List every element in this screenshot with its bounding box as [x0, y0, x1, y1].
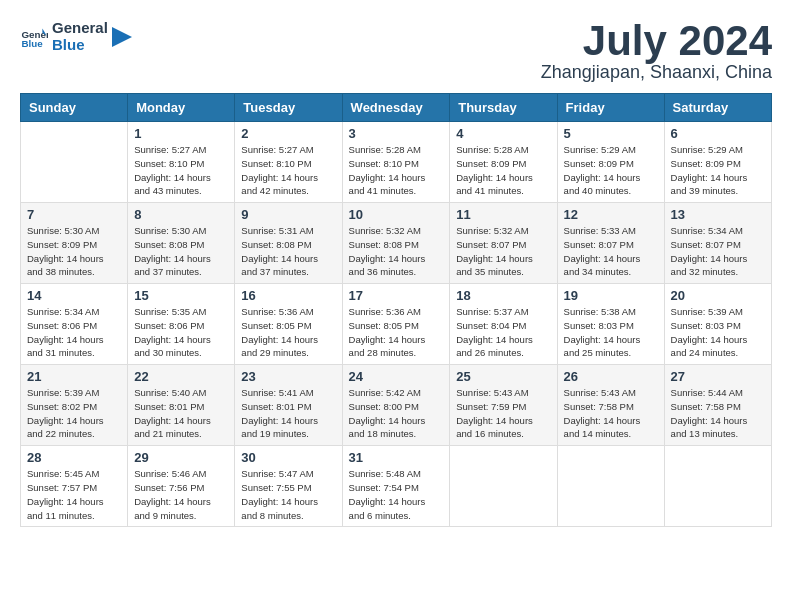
day-number: 5 [564, 126, 658, 141]
calendar-cell: 12Sunrise: 5:33 AM Sunset: 8:07 PM Dayli… [557, 203, 664, 284]
day-info: Sunrise: 5:33 AM Sunset: 8:07 PM Dayligh… [564, 224, 658, 279]
day-number: 14 [27, 288, 121, 303]
day-info: Sunrise: 5:39 AM Sunset: 8:03 PM Dayligh… [671, 305, 765, 360]
weekday-header-friday: Friday [557, 94, 664, 122]
calendar-table: SundayMondayTuesdayWednesdayThursdayFrid… [20, 93, 772, 527]
day-number: 24 [349, 369, 444, 384]
day-number: 8 [134, 207, 228, 222]
day-number: 9 [241, 207, 335, 222]
calendar-cell: 6Sunrise: 5:29 AM Sunset: 8:09 PM Daylig… [664, 122, 771, 203]
week-row-5: 28Sunrise: 5:45 AM Sunset: 7:57 PM Dayli… [21, 446, 772, 527]
day-info: Sunrise: 5:34 AM Sunset: 8:06 PM Dayligh… [27, 305, 121, 360]
day-number: 19 [564, 288, 658, 303]
day-number: 11 [456, 207, 550, 222]
day-info: Sunrise: 5:28 AM Sunset: 8:09 PM Dayligh… [456, 143, 550, 198]
calendar-cell: 8Sunrise: 5:30 AM Sunset: 8:08 PM Daylig… [128, 203, 235, 284]
day-info: Sunrise: 5:43 AM Sunset: 7:58 PM Dayligh… [564, 386, 658, 441]
logo-general: General [52, 19, 108, 36]
calendar-cell: 26Sunrise: 5:43 AM Sunset: 7:58 PM Dayli… [557, 365, 664, 446]
calendar-cell: 31Sunrise: 5:48 AM Sunset: 7:54 PM Dayli… [342, 446, 450, 527]
day-info: Sunrise: 5:39 AM Sunset: 8:02 PM Dayligh… [27, 386, 121, 441]
week-row-1: 1Sunrise: 5:27 AM Sunset: 8:10 PM Daylig… [21, 122, 772, 203]
svg-marker-3 [112, 27, 132, 47]
calendar-header: SundayMondayTuesdayWednesdayThursdayFrid… [21, 94, 772, 122]
weekday-header-tuesday: Tuesday [235, 94, 342, 122]
calendar-cell: 10Sunrise: 5:32 AM Sunset: 8:08 PM Dayli… [342, 203, 450, 284]
day-info: Sunrise: 5:42 AM Sunset: 8:00 PM Dayligh… [349, 386, 444, 441]
day-number: 17 [349, 288, 444, 303]
day-number: 28 [27, 450, 121, 465]
calendar-cell: 17Sunrise: 5:36 AM Sunset: 8:05 PM Dayli… [342, 284, 450, 365]
day-info: Sunrise: 5:31 AM Sunset: 8:08 PM Dayligh… [241, 224, 335, 279]
day-number: 16 [241, 288, 335, 303]
calendar-cell: 16Sunrise: 5:36 AM Sunset: 8:05 PM Dayli… [235, 284, 342, 365]
day-number: 20 [671, 288, 765, 303]
calendar-cell: 24Sunrise: 5:42 AM Sunset: 8:00 PM Dayli… [342, 365, 450, 446]
calendar-cell: 28Sunrise: 5:45 AM Sunset: 7:57 PM Dayli… [21, 446, 128, 527]
calendar-cell: 9Sunrise: 5:31 AM Sunset: 8:08 PM Daylig… [235, 203, 342, 284]
day-info: Sunrise: 5:47 AM Sunset: 7:55 PM Dayligh… [241, 467, 335, 522]
day-info: Sunrise: 5:41 AM Sunset: 8:01 PM Dayligh… [241, 386, 335, 441]
day-info: Sunrise: 5:29 AM Sunset: 8:09 PM Dayligh… [671, 143, 765, 198]
logo-icon: General Blue [20, 23, 48, 51]
logo: General Blue General Blue [20, 20, 132, 53]
day-number: 31 [349, 450, 444, 465]
calendar-cell [450, 446, 557, 527]
calendar-cell: 19Sunrise: 5:38 AM Sunset: 8:03 PM Dayli… [557, 284, 664, 365]
calendar-cell: 18Sunrise: 5:37 AM Sunset: 8:04 PM Dayli… [450, 284, 557, 365]
calendar-cell: 27Sunrise: 5:44 AM Sunset: 7:58 PM Dayli… [664, 365, 771, 446]
weekday-header-saturday: Saturday [664, 94, 771, 122]
calendar-cell: 2Sunrise: 5:27 AM Sunset: 8:10 PM Daylig… [235, 122, 342, 203]
day-number: 30 [241, 450, 335, 465]
day-info: Sunrise: 5:34 AM Sunset: 8:07 PM Dayligh… [671, 224, 765, 279]
logo-arrow-icon [112, 22, 132, 52]
calendar-cell [664, 446, 771, 527]
day-number: 18 [456, 288, 550, 303]
day-info: Sunrise: 5:35 AM Sunset: 8:06 PM Dayligh… [134, 305, 228, 360]
day-number: 27 [671, 369, 765, 384]
calendar-cell: 13Sunrise: 5:34 AM Sunset: 8:07 PM Dayli… [664, 203, 771, 284]
day-number: 2 [241, 126, 335, 141]
day-info: Sunrise: 5:37 AM Sunset: 8:04 PM Dayligh… [456, 305, 550, 360]
calendar-cell [21, 122, 128, 203]
weekday-header-row: SundayMondayTuesdayWednesdayThursdayFrid… [21, 94, 772, 122]
calendar-cell: 15Sunrise: 5:35 AM Sunset: 8:06 PM Dayli… [128, 284, 235, 365]
day-number: 23 [241, 369, 335, 384]
calendar-cell: 23Sunrise: 5:41 AM Sunset: 8:01 PM Dayli… [235, 365, 342, 446]
day-info: Sunrise: 5:27 AM Sunset: 8:10 PM Dayligh… [134, 143, 228, 198]
calendar-cell: 1Sunrise: 5:27 AM Sunset: 8:10 PM Daylig… [128, 122, 235, 203]
day-info: Sunrise: 5:44 AM Sunset: 7:58 PM Dayligh… [671, 386, 765, 441]
day-number: 10 [349, 207, 444, 222]
week-row-2: 7Sunrise: 5:30 AM Sunset: 8:09 PM Daylig… [21, 203, 772, 284]
day-number: 1 [134, 126, 228, 141]
day-number: 13 [671, 207, 765, 222]
day-info: Sunrise: 5:40 AM Sunset: 8:01 PM Dayligh… [134, 386, 228, 441]
location-title: Zhangjiapan, Shaanxi, China [541, 62, 772, 83]
calendar-cell: 30Sunrise: 5:47 AM Sunset: 7:55 PM Dayli… [235, 446, 342, 527]
week-row-4: 21Sunrise: 5:39 AM Sunset: 8:02 PM Dayli… [21, 365, 772, 446]
day-number: 3 [349, 126, 444, 141]
calendar-cell: 7Sunrise: 5:30 AM Sunset: 8:09 PM Daylig… [21, 203, 128, 284]
weekday-header-monday: Monday [128, 94, 235, 122]
day-info: Sunrise: 5:32 AM Sunset: 8:07 PM Dayligh… [456, 224, 550, 279]
day-info: Sunrise: 5:43 AM Sunset: 7:59 PM Dayligh… [456, 386, 550, 441]
calendar-cell: 25Sunrise: 5:43 AM Sunset: 7:59 PM Dayli… [450, 365, 557, 446]
day-info: Sunrise: 5:45 AM Sunset: 7:57 PM Dayligh… [27, 467, 121, 522]
day-info: Sunrise: 5:38 AM Sunset: 8:03 PM Dayligh… [564, 305, 658, 360]
day-number: 25 [456, 369, 550, 384]
day-info: Sunrise: 5:30 AM Sunset: 8:08 PM Dayligh… [134, 224, 228, 279]
day-info: Sunrise: 5:46 AM Sunset: 7:56 PM Dayligh… [134, 467, 228, 522]
day-info: Sunrise: 5:36 AM Sunset: 8:05 PM Dayligh… [241, 305, 335, 360]
calendar-body: 1Sunrise: 5:27 AM Sunset: 8:10 PM Daylig… [21, 122, 772, 527]
svg-text:Blue: Blue [21, 37, 43, 48]
calendar-cell [557, 446, 664, 527]
day-number: 7 [27, 207, 121, 222]
day-number: 4 [456, 126, 550, 141]
day-info: Sunrise: 5:27 AM Sunset: 8:10 PM Dayligh… [241, 143, 335, 198]
month-title: July 2024 [541, 20, 772, 62]
day-number: 12 [564, 207, 658, 222]
day-number: 22 [134, 369, 228, 384]
day-number: 26 [564, 369, 658, 384]
day-info: Sunrise: 5:32 AM Sunset: 8:08 PM Dayligh… [349, 224, 444, 279]
title-area: July 2024 Zhangjiapan, Shaanxi, China [541, 20, 772, 83]
